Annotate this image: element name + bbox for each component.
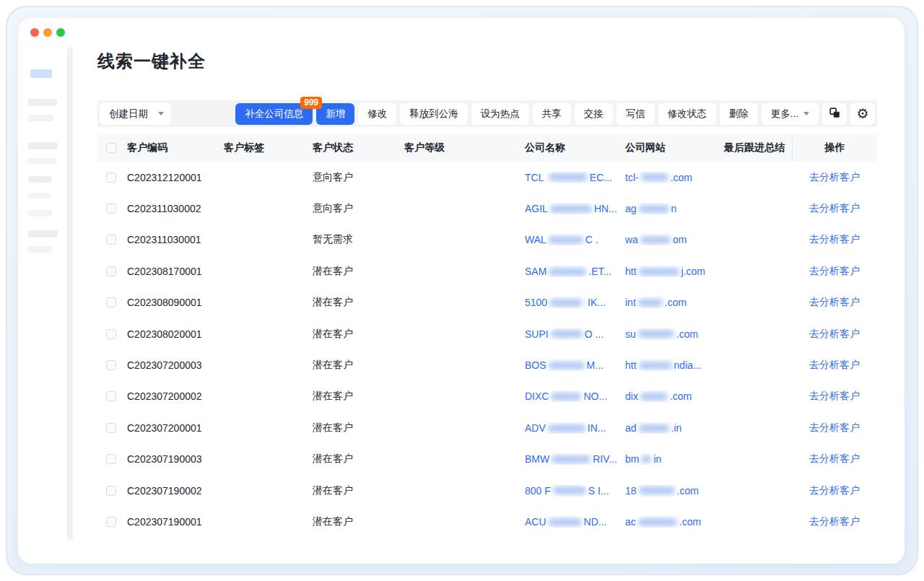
row-status: 潜在客户 [312, 453, 404, 466]
redacted-text [640, 236, 671, 244]
row-company-link[interactable]: BMWRIV... [524, 453, 624, 465]
redacted-text [549, 299, 583, 307]
select-all-checkbox[interactable] [106, 143, 116, 153]
row-code: C202308020001 [126, 328, 223, 340]
row-checkbox[interactable] [106, 329, 116, 339]
add-button[interactable]: 新增 [316, 103, 354, 125]
row-checkbox[interactable] [106, 454, 116, 464]
redacted-text [638, 299, 663, 307]
redacted-text [639, 424, 669, 432]
row-website-link[interactable]: waom [624, 234, 723, 245]
row-analyze-link[interactable]: 去分析客户 [809, 484, 860, 496]
toolbar: 创建日期 补全公司信息 999 新增 修改 释放到公海 设为热点 共享 交接 写… [97, 100, 877, 127]
row-checkbox[interactable] [106, 235, 116, 245]
gear-icon: ⚙ [856, 107, 868, 121]
row-company-link[interactable]: WALC . [524, 234, 624, 245]
row-code: C202311030002 [126, 203, 223, 214]
row-website-link[interactable]: 18.com [624, 485, 723, 497]
table-row: C202308020001 潜在客户 SUPIO ... su.com 去分析客… [97, 318, 877, 349]
write-email-button[interactable]: 写信 [616, 103, 655, 125]
row-website-link[interactable]: agn [624, 203, 723, 214]
row-checkbox[interactable] [106, 423, 116, 433]
row-checkbox[interactable] [106, 297, 116, 307]
row-analyze-link[interactable]: 去分析客户 [809, 233, 860, 245]
table-row: C202307200001 潜在客户 ADVIN... ad.in 去分析客户 [97, 412, 877, 443]
row-checkbox[interactable] [106, 204, 116, 214]
change-status-button[interactable]: 修改状态 [658, 103, 716, 125]
row-checkbox[interactable] [106, 360, 116, 370]
delete-button[interactable]: 删除 [720, 103, 758, 125]
row-company-link[interactable]: 5100 IK... [524, 297, 624, 308]
row-status: 暂无需求 [312, 233, 404, 246]
table-row: C202307190001 潜在客户 ACUND... ac.com 去分析客户 [97, 506, 877, 537]
row-website-link[interactable]: tcl-.com [624, 172, 723, 183]
row-status: 潜在客户 [312, 390, 404, 403]
sidebar-item-placeholder [28, 176, 52, 183]
row-code: C202307190003 [126, 453, 223, 465]
more-button[interactable]: 更多... [762, 103, 819, 125]
sync-button[interactable] [822, 103, 847, 125]
row-company-link[interactable]: ADVIN... [524, 422, 624, 434]
row-website-link[interactable]: ad.in [624, 422, 723, 434]
row-checkbox[interactable] [106, 266, 116, 276]
row-website-link[interactable]: su.com [624, 328, 723, 340]
date-filter-dropdown[interactable]: 创建日期 [100, 102, 171, 125]
row-status: 潜在客户 [312, 484, 404, 497]
row-company-link[interactable]: AGILHN... [524, 203, 624, 214]
row-company-link[interactable]: ACUND... [524, 516, 624, 528]
row-website-link[interactable]: int.com [624, 297, 723, 308]
settings-button[interactable]: ⚙ [850, 103, 875, 125]
column-header-action: 操作 [792, 134, 877, 162]
page-title: 线索一键补全 [97, 50, 206, 73]
row-code: C202308170001 [126, 266, 223, 277]
row-website-link[interactable]: bmin [624, 453, 723, 465]
edit-button[interactable]: 修改 [358, 103, 396, 125]
row-analyze-link[interactable]: 去分析客户 [809, 328, 860, 339]
handover-button[interactable]: 交接 [575, 103, 613, 125]
row-analyze-link[interactable]: 去分析客户 [809, 359, 860, 370]
redacted-text [549, 236, 583, 244]
row-status: 意向客户 [312, 171, 404, 184]
row-company-link[interactable]: SAM.ET... [524, 266, 624, 277]
row-analyze-link[interactable]: 去分析客户 [809, 515, 860, 527]
row-website-link[interactable]: httj.com [624, 266, 723, 277]
row-company-link[interactable]: TCL EC... [524, 172, 624, 183]
row-status: 潜在客户 [312, 515, 404, 528]
table-row: C202308090001 潜在客户 5100 IK... int.com 去分… [97, 287, 877, 318]
release-to-pool-button[interactable]: 释放到公海 [400, 103, 468, 125]
row-website-link[interactable]: dix.com [624, 390, 723, 402]
table-header: 客户编码 客户标签 客户状态 客户等级 公司名称 公司网站 最后跟进总结 操作 [97, 134, 877, 162]
redacted-text [551, 330, 583, 338]
row-checkbox[interactable] [106, 391, 116, 401]
row-website-link[interactable]: ac.com [624, 516, 723, 528]
row-company-link[interactable]: BOSM... [524, 359, 624, 371]
row-analyze-link[interactable]: 去分析客户 [809, 296, 860, 307]
row-checkbox[interactable] [106, 172, 116, 183]
share-button[interactable]: 共享 [533, 103, 571, 125]
row-code: C202307200003 [126, 359, 223, 371]
row-company-link[interactable]: SUPIO ... [524, 328, 624, 340]
column-header-company: 公司名称 [524, 141, 624, 154]
row-checkbox[interactable] [106, 486, 116, 496]
set-hotspot-button[interactable]: 设为热点 [471, 103, 529, 125]
row-analyze-link[interactable]: 去分析客户 [809, 453, 860, 464]
redacted-text [549, 362, 585, 370]
row-analyze-link[interactable]: 去分析客户 [809, 171, 860, 183]
row-website-link[interactable]: httndia... [624, 359, 723, 371]
row-code: C202312120001 [126, 172, 223, 183]
redacted-text [641, 173, 668, 181]
redacted-text [639, 268, 679, 276]
row-checkbox[interactable] [106, 517, 116, 527]
row-analyze-link[interactable]: 去分析客户 [809, 202, 860, 214]
row-analyze-link[interactable]: 去分析客户 [809, 265, 860, 276]
row-code: C202307190002 [126, 485, 223, 497]
complete-company-info-button[interactable]: 补全公司信息 999 [235, 103, 313, 125]
row-company-link[interactable]: DIXCNO... [524, 390, 624, 402]
date-filter-label: 创建日期 [109, 108, 148, 121]
row-company-link[interactable]: 800 FS I... [524, 485, 624, 497]
row-status: 潜在客户 [312, 359, 404, 372]
column-header-status: 客户状态 [312, 141, 404, 154]
row-status: 意向客户 [312, 202, 404, 215]
row-analyze-link[interactable]: 去分析客户 [809, 390, 860, 401]
row-analyze-link[interactable]: 去分析客户 [809, 421, 860, 433]
